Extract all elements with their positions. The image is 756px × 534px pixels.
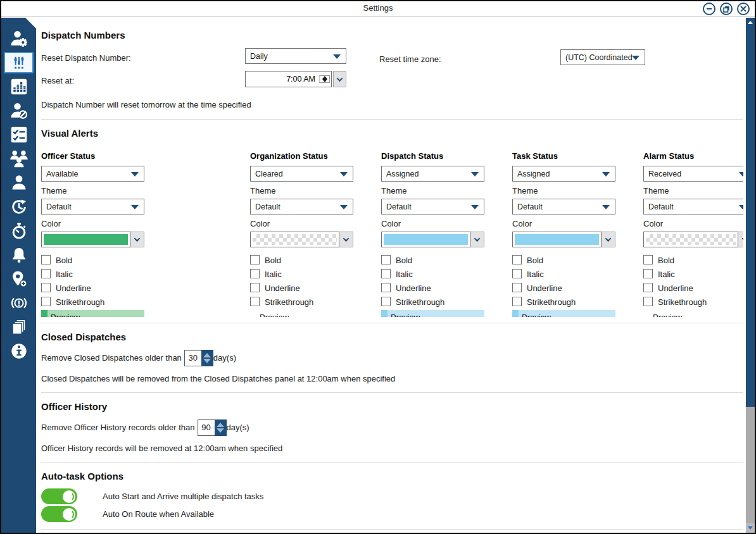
history-days-field[interactable]: 90	[198, 419, 215, 436]
strikethrough-checkbox-row[interactable]: Strikethrough	[512, 294, 615, 308]
color-swatch[interactable]	[643, 232, 738, 247]
underline-checkbox-row[interactable]: Underline	[250, 280, 353, 294]
sidebar-item-add-location[interactable]	[4, 268, 34, 290]
sidebar-item-timers[interactable]	[4, 196, 34, 218]
strikethrough-checkbox-row[interactable]: Strikethrough	[643, 294, 743, 308]
color-dropdown-button[interactable]	[602, 232, 615, 247]
bold-checkbox[interactable]	[512, 255, 522, 264]
auto-on-route-toggle[interactable]	[41, 506, 77, 522]
reset-at-time-field[interactable]: 7:00 AM	[245, 71, 332, 87]
bold-checkbox-row[interactable]: Bold	[381, 252, 484, 266]
strikethrough-checkbox[interactable]	[41, 297, 51, 306]
bold-checkbox-row[interactable]: Bold	[643, 252, 743, 266]
bold-checkbox[interactable]	[250, 255, 260, 264]
organization-status-dropdown[interactable]: Cleared	[250, 166, 353, 182]
bold-checkbox-row[interactable]: Bold	[250, 252, 353, 266]
color-swatch[interactable]	[41, 232, 130, 247]
color-dropdown-button[interactable]	[738, 232, 743, 247]
strikethrough-checkbox[interactable]	[381, 297, 391, 306]
dispatch-theme-dropdown[interactable]: Default	[381, 199, 484, 214]
column-title: Dispatch Status	[381, 151, 484, 161]
bold-checkbox[interactable]	[643, 255, 653, 264]
reset-dispatch-number-dropdown[interactable]: Daily	[245, 48, 346, 64]
italic-checkbox-row[interactable]: Italic	[643, 266, 743, 280]
bold-checkbox[interactable]	[381, 255, 391, 264]
closed-days-field[interactable]: 30	[184, 350, 201, 366]
color-swatch[interactable]	[512, 232, 602, 247]
sliders-icon	[10, 54, 28, 71]
italic-checkbox[interactable]	[512, 269, 522, 278]
underline-checkbox-row[interactable]: Underline	[512, 280, 615, 294]
task-theme-dropdown[interactable]: Default	[512, 199, 615, 214]
strikethrough-checkbox-row[interactable]: Strikethrough	[381, 294, 484, 308]
sidebar-item-officers[interactable]	[4, 172, 34, 194]
auto-start-arrive-toggle[interactable]	[41, 488, 77, 504]
bold-checkbox[interactable]	[41, 255, 51, 264]
time-spin-down[interactable]	[320, 79, 329, 82]
color-dropdown-button[interactable]	[130, 232, 144, 247]
underline-checkbox-row[interactable]: Underline	[381, 280, 484, 294]
time-dropdown-button[interactable]	[333, 71, 346, 87]
scrollbar-up-button[interactable]	[746, 18, 755, 27]
sidebar-item-documents[interactable]	[4, 316, 34, 338]
strikethrough-checkbox-row[interactable]: Strikethrough	[41, 294, 144, 308]
italic-checkbox-row[interactable]: Italic	[250, 266, 353, 280]
restore-button[interactable]	[720, 3, 733, 15]
organization-theme-dropdown[interactable]: Default	[250, 199, 353, 214]
sidebar-item-reports[interactable]	[4, 76, 34, 97]
color-swatch[interactable]	[381, 232, 470, 247]
bold-label: Bold	[56, 256, 72, 265]
strikethrough-checkbox-row[interactable]: Strikethrough	[250, 294, 353, 308]
strikethrough-checkbox[interactable]	[643, 297, 653, 306]
strikethrough-checkbox[interactable]	[512, 297, 522, 306]
officer-history-heading: Officer History	[41, 401, 743, 412]
sidebar-item-organizations[interactable]	[4, 148, 34, 170]
sidebar-item-notifications[interactable]	[4, 244, 34, 266]
sidebar-item-stopwatch[interactable]	[4, 220, 34, 242]
italic-checkbox-row[interactable]: Italic	[381, 266, 484, 280]
italic-checkbox[interactable]	[41, 269, 51, 278]
scrollbar-down-button[interactable]	[746, 523, 755, 533]
strikethrough-checkbox[interactable]	[250, 297, 260, 306]
officer-status-dropdown[interactable]: Available	[41, 166, 144, 182]
color-dropdown-button[interactable]	[470, 232, 484, 247]
sidebar-item-settings[interactable]	[4, 52, 34, 73]
italic-label: Italic	[56, 270, 73, 279]
color-swatch[interactable]	[250, 232, 339, 247]
underline-checkbox-row[interactable]: Underline	[41, 280, 144, 294]
scrollbar-thumb[interactable]	[746, 27, 755, 407]
history-days-spinner[interactable]	[215, 419, 227, 436]
color-dropdown-button[interactable]	[339, 232, 353, 247]
italic-checkbox-row[interactable]: Italic	[41, 266, 144, 280]
sidebar-item-alerts[interactable]	[4, 292, 34, 314]
closed-days-spinner[interactable]	[201, 350, 213, 366]
alarm-status-dropdown[interactable]: Received	[643, 166, 743, 182]
underline-checkbox[interactable]	[643, 283, 653, 292]
reset-timezone-dropdown[interactable]: (UTC) Coordinated Universal Time	[560, 49, 645, 65]
underline-checkbox[interactable]	[250, 283, 260, 292]
dispatch-status-dropdown[interactable]: Assigned	[381, 166, 484, 182]
italic-checkbox[interactable]	[643, 269, 653, 278]
underline-checkbox[interactable]	[381, 283, 391, 292]
sidebar-item-about[interactable]	[4, 340, 34, 362]
italic-checkbox-row[interactable]: Italic	[512, 266, 615, 280]
sidebar-item-tasks[interactable]	[4, 124, 34, 146]
section-divider	[41, 323, 743, 323]
officer-theme-dropdown[interactable]: Default	[41, 199, 144, 214]
italic-checkbox[interactable]	[381, 269, 391, 278]
sidebar-item-officer-unavailable[interactable]	[4, 100, 34, 121]
sidebar-item-officer-settings[interactable]	[4, 28, 34, 49]
underline-checkbox[interactable]	[512, 283, 522, 292]
alarm-theme-dropdown[interactable]: Default	[643, 199, 743, 214]
minimize-button[interactable]	[703, 3, 715, 15]
info-icon	[9, 342, 28, 360]
italic-checkbox[interactable]	[250, 269, 260, 278]
bold-checkbox-row[interactable]: Bold	[512, 252, 615, 266]
bold-checkbox-row[interactable]: Bold	[41, 252, 144, 266]
underline-label: Underline	[56, 283, 91, 293]
close-button[interactable]	[737, 3, 750, 15]
task-status-dropdown[interactable]: Assigned	[512, 166, 615, 182]
vertical-scrollbar[interactable]	[746, 18, 755, 533]
underline-checkbox-row[interactable]: Underline	[643, 280, 743, 294]
underline-checkbox[interactable]	[41, 283, 51, 292]
